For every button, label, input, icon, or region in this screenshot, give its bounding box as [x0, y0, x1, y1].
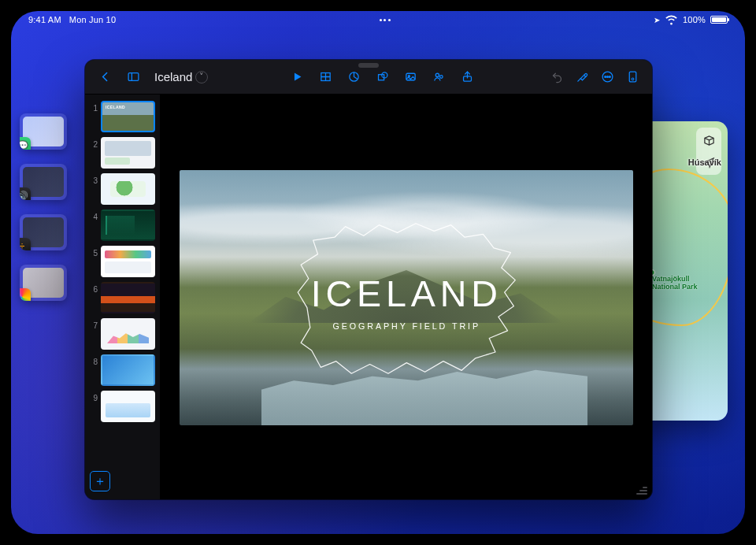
- slide-thumb-8[interactable]: 8: [90, 354, 155, 386]
- insert-chart-button[interactable]: [342, 65, 365, 89]
- svg-point-8: [382, 72, 387, 78]
- insert-media-button[interactable]: [398, 65, 422, 89]
- status-date: Mon Jun 10: [69, 15, 116, 24]
- stage-app-translate[interactable]: 🔊: [20, 164, 67, 200]
- slide-thumb-9[interactable]: 9: [90, 391, 155, 422]
- document-options-button[interactable]: [621, 65, 644, 89]
- maps-controls: [696, 128, 721, 175]
- ipad-screen: 9:41 AM Mon Jun 10 ➤ 100% 💬: [11, 11, 745, 534]
- svg-point-12: [439, 76, 443, 79]
- calculator-icon: ÷: [20, 238, 31, 250]
- ipad-device-frame: 9:41 AM Mon Jun 10 ➤ 100% 💬: [0, 0, 756, 545]
- svg-rect-0: [128, 73, 139, 81]
- insert-shape-button[interactable]: [370, 65, 394, 89]
- slide-thumb-2[interactable]: 2: [90, 137, 155, 169]
- slide-thumb-1[interactable]: 1 ICELAND: [90, 101, 155, 132]
- slide-title: ICELAND: [311, 273, 502, 314]
- stage-app-photos[interactable]: [20, 265, 67, 301]
- battery-percent: 100%: [683, 15, 706, 24]
- collaborate-button[interactable]: [427, 65, 450, 89]
- map-city-label: Húsavík: [688, 158, 721, 167]
- slide-content[interactable]: ICELAND GEOGRAPHY FIELD TRIP: [180, 170, 633, 425]
- location-icon: ➤: [654, 16, 660, 24]
- back-button[interactable]: [93, 65, 117, 89]
- more-button[interactable]: [595, 65, 619, 89]
- share-button[interactable]: [455, 65, 479, 89]
- document-title-text: Iceland: [154, 70, 192, 83]
- sidebar-toggle-button[interactable]: [121, 65, 145, 89]
- slide-list[interactable]: 1 ICELAND 2 3 4 5: [85, 101, 160, 466]
- stage-app-calculator[interactable]: ÷: [20, 214, 67, 250]
- slide-subtitle: GEOGRAPHY FIELD TRIP: [332, 321, 480, 331]
- slide-canvas[interactable]: ICELAND GEOGRAPHY FIELD TRIP: [161, 95, 652, 499]
- keynote-body: 1 ICELAND 2 3 4 5: [85, 95, 652, 499]
- slide-thumb-3[interactable]: 3: [90, 173, 155, 205]
- status-bar: 9:41 AM Mon Jun 10 ➤ 100%: [11, 11, 745, 28]
- svg-marker-2: [295, 73, 302, 81]
- play-button[interactable]: [285, 65, 309, 89]
- stage-app-messages[interactable]: 💬: [20, 113, 67, 150]
- photos-icon: [20, 288, 31, 301]
- add-slide-button[interactable]: ＋: [90, 471, 110, 491]
- svg-point-11: [435, 73, 439, 76]
- iceland-outline: ICELAND GEOGRAPHY FIELD TRIP: [280, 216, 534, 384]
- battery-icon: [710, 16, 728, 24]
- window-resize-handle[interactable]: [635, 482, 647, 495]
- stage-manager-strip: 💬 🔊 ÷: [16, 113, 71, 301]
- svg-point-15: [604, 76, 606, 78]
- slide-thumb-7[interactable]: 7: [90, 318, 155, 350]
- translate-icon: 🔊: [20, 187, 31, 200]
- format-button[interactable]: [570, 65, 594, 89]
- keynote-window: Iceland ˅: [85, 60, 652, 499]
- undo-button[interactable]: [545, 65, 569, 89]
- document-title[interactable]: Iceland ˅: [150, 70, 213, 83]
- title-chevron-icon: ˅: [195, 71, 208, 83]
- maps-3d-button[interactable]: [699, 131, 718, 150]
- svg-point-16: [606, 76, 608, 78]
- wifi-icon: [665, 13, 678, 28]
- slide-thumb-6[interactable]: 6: [90, 282, 155, 313]
- window-grab-pill[interactable]: [358, 63, 379, 68]
- slide-thumb-5[interactable]: 5: [90, 246, 155, 277]
- messages-icon: 💬: [20, 137, 31, 150]
- slide-navigator: 1 ICELAND 2 3 4 5: [85, 95, 161, 499]
- slide-thumb-4[interactable]: 4: [90, 209, 155, 241]
- svg-point-17: [609, 76, 610, 78]
- status-time: 9:41 AM: [28, 15, 61, 24]
- map-park-label: Vatnajökull National Park: [652, 276, 715, 291]
- svg-point-19: [632, 78, 634, 80]
- multitask-dots[interactable]: [380, 19, 391, 21]
- insert-table-button[interactable]: [313, 65, 337, 89]
